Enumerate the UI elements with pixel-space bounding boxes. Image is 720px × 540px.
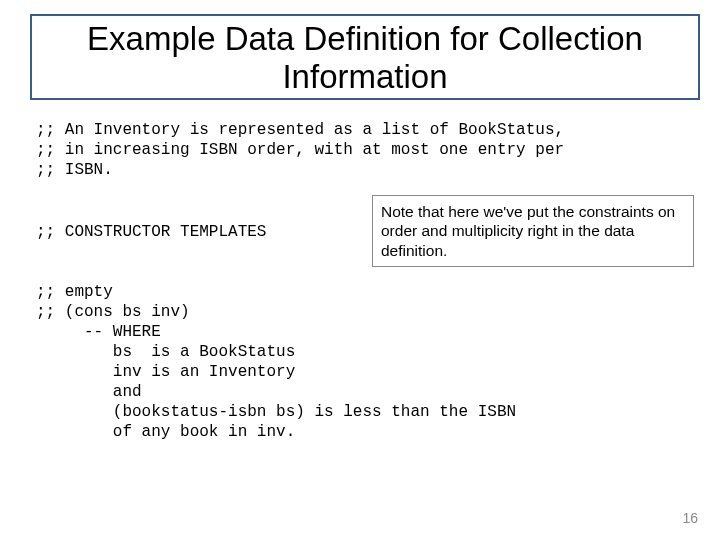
slide-title: Example Data Definition for Collection I… xyxy=(38,20,692,96)
code-intro: ;; An Inventory is represented as a list… xyxy=(36,120,564,180)
slide-title-box: Example Data Definition for Collection I… xyxy=(30,14,700,100)
annotation-note: Note that here we've put the constraints… xyxy=(372,195,694,267)
code-constructor-header: ;; CONSTRUCTOR TEMPLATES xyxy=(36,222,266,242)
code-constructor-body: ;; empty ;; (cons bs inv) -- WHERE bs is… xyxy=(36,282,516,442)
page-number: 16 xyxy=(682,510,698,526)
